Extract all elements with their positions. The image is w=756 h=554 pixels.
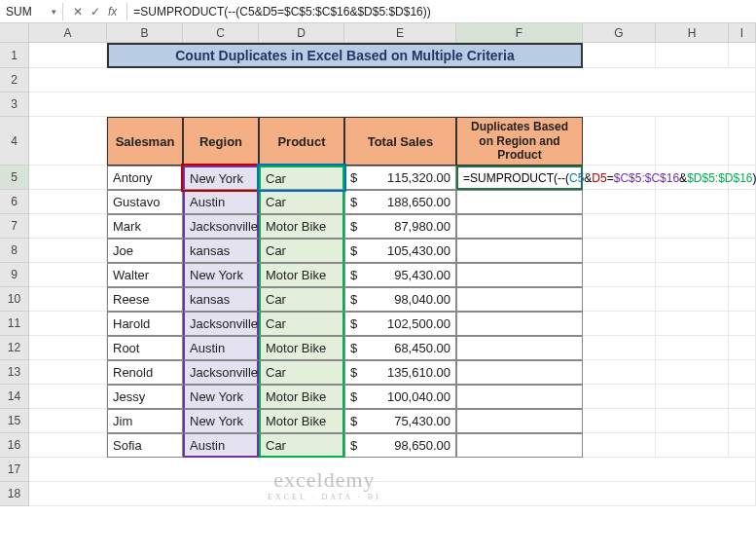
cell-A5[interactable]: [29, 166, 107, 190]
header-salesman[interactable]: Salesman: [107, 117, 183, 166]
cell-D5[interactable]: Car: [259, 166, 344, 190]
cell-H11[interactable]: [656, 312, 729, 336]
cell-H6[interactable]: [656, 190, 729, 214]
cell-C13[interactable]: Jacksonville: [183, 360, 259, 385]
row-header-9[interactable]: 9: [0, 263, 29, 287]
cell-I15[interactable]: [729, 409, 756, 433]
cell-G12[interactable]: [583, 336, 656, 360]
cell-B11[interactable]: Harold: [107, 312, 183, 336]
cell-A9[interactable]: [29, 263, 107, 287]
cell-A4[interactable]: [29, 117, 107, 166]
cell-row2[interactable]: [29, 68, 756, 92]
name-box[interactable]: SUM ▾: [0, 3, 63, 20]
cell-G14[interactable]: [583, 385, 656, 409]
cell-A11[interactable]: [29, 312, 107, 336]
select-all-corner[interactable]: [0, 23, 29, 43]
cell-G9[interactable]: [583, 263, 656, 287]
cell-row18[interactable]: [29, 482, 756, 506]
spreadsheet-grid[interactable]: A B C D E F G H I 1 Count Duplicates in …: [0, 23, 756, 506]
cell-G11[interactable]: [583, 312, 656, 336]
cell-G6[interactable]: [583, 190, 656, 214]
cancel-icon[interactable]: ✕: [73, 5, 83, 18]
cell-F7[interactable]: [456, 214, 583, 239]
cell-D14[interactable]: Motor Bike: [259, 385, 344, 409]
cell-F11[interactable]: [456, 312, 583, 336]
cell-E16[interactable]: $98,650.00: [344, 433, 456, 458]
cell-I12[interactable]: [729, 336, 756, 360]
cell-C8[interactable]: kansas: [183, 239, 259, 263]
cell-C5[interactable]: New York: [183, 166, 259, 190]
cell-F13[interactable]: [456, 360, 583, 385]
cell-E13[interactable]: $135,610.00: [344, 360, 456, 385]
cell-F10[interactable]: [456, 287, 583, 312]
cell-F5-active[interactable]: =SUMPRODUCT(--(C5&D5=$C$5:$C$16&$D$5:$D$…: [456, 166, 583, 190]
cell-I4[interactable]: [729, 117, 756, 166]
cell-row17[interactable]: [29, 458, 756, 482]
cell-G1[interactable]: [583, 43, 656, 68]
cell-A6[interactable]: [29, 190, 107, 214]
cell-E7[interactable]: $87,980.00: [344, 214, 456, 239]
col-header-H[interactable]: H: [656, 23, 729, 43]
cell-B16[interactable]: Sofia: [107, 433, 183, 458]
row-header-2[interactable]: 2: [0, 68, 29, 92]
header-duplicates[interactable]: Duplicates Based on Region and Product: [456, 117, 583, 166]
cell-I1[interactable]: [729, 43, 756, 68]
row-header-6[interactable]: 6: [0, 190, 29, 214]
fx-icon[interactable]: fx: [108, 5, 117, 18]
cell-A16[interactable]: [29, 433, 107, 458]
cell-D15[interactable]: Motor Bike: [259, 409, 344, 433]
cell-D13[interactable]: Car: [259, 360, 344, 385]
cell-B5[interactable]: Antony: [107, 166, 183, 190]
cell-F12[interactable]: [456, 336, 583, 360]
cell-A8[interactable]: [29, 239, 107, 263]
cell-E8[interactable]: $105,430.00: [344, 239, 456, 263]
cell-C7[interactable]: Jacksonville: [183, 214, 259, 239]
cell-F6[interactable]: [456, 190, 583, 214]
row-header-1[interactable]: 1: [0, 43, 29, 68]
cell-H4[interactable]: [656, 117, 729, 166]
enter-icon[interactable]: ✓: [90, 5, 100, 18]
cell-B8[interactable]: Joe: [107, 239, 183, 263]
row-header-5[interactable]: 5: [0, 166, 29, 190]
cell-D11[interactable]: Car: [259, 312, 344, 336]
cell-B6[interactable]: Gustavo: [107, 190, 183, 214]
cell-C16[interactable]: Austin: [183, 433, 259, 458]
row-header-15[interactable]: 15: [0, 409, 29, 433]
cell-C6[interactable]: Austin: [183, 190, 259, 214]
header-region[interactable]: Region: [183, 117, 259, 166]
cell-G8[interactable]: [583, 239, 656, 263]
row-header-3[interactable]: 3: [0, 92, 29, 117]
cell-C12[interactable]: Austin: [183, 336, 259, 360]
cell-A7[interactable]: [29, 214, 107, 239]
cell-E15[interactable]: $75,430.00: [344, 409, 456, 433]
cell-G16[interactable]: [583, 433, 656, 458]
cell-G10[interactable]: [583, 287, 656, 312]
cell-H8[interactable]: [656, 239, 729, 263]
cell-D12[interactable]: Motor Bike: [259, 336, 344, 360]
row-header-17[interactable]: 17: [0, 458, 29, 482]
cell-C15[interactable]: New York: [183, 409, 259, 433]
cell-I7[interactable]: [729, 214, 756, 239]
cell-I11[interactable]: [729, 312, 756, 336]
cell-H1[interactable]: [656, 43, 729, 68]
cell-F9[interactable]: [456, 263, 583, 287]
cell-H9[interactable]: [656, 263, 729, 287]
cell-H16[interactable]: [656, 433, 729, 458]
cell-G13[interactable]: [583, 360, 656, 385]
cell-D7[interactable]: Motor Bike: [259, 214, 344, 239]
cell-D16[interactable]: Car: [259, 433, 344, 458]
cell-C10[interactable]: kansas: [183, 287, 259, 312]
row-header-13[interactable]: 13: [0, 360, 29, 385]
cell-A14[interactable]: [29, 385, 107, 409]
cell-E5[interactable]: $115,320.00: [344, 166, 456, 190]
cell-F8[interactable]: [456, 239, 583, 263]
row-header-4[interactable]: 4: [0, 117, 29, 166]
cell-E12[interactable]: $68,450.00: [344, 336, 456, 360]
row-header-10[interactable]: 10: [0, 287, 29, 312]
row-header-7[interactable]: 7: [0, 214, 29, 239]
cell-G4[interactable]: [583, 117, 656, 166]
cell-A1[interactable]: [29, 43, 107, 68]
row-header-11[interactable]: 11: [0, 312, 29, 336]
cell-I13[interactable]: [729, 360, 756, 385]
cell-D6[interactable]: Car: [259, 190, 344, 214]
